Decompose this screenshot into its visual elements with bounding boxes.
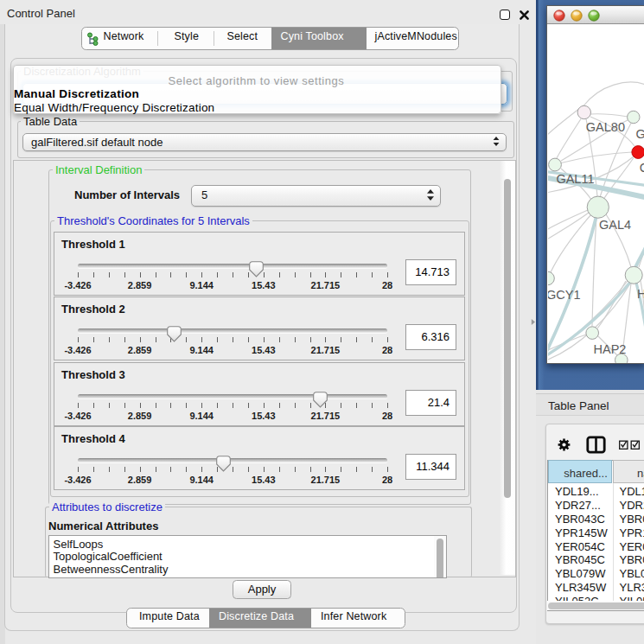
svg-text:GAL80: GAL80	[586, 120, 625, 134]
svg-text:GCY1: GCY1	[548, 288, 581, 302]
svg-text:GA: GA	[636, 127, 644, 141]
svg-text:GAL11: GAL11	[556, 172, 594, 186]
svg-text:HAP2: HAP2	[594, 342, 627, 356]
svg-text:GAL4: GAL4	[599, 218, 631, 232]
svg-text:H: H	[637, 287, 644, 301]
svg-text:C: C	[640, 161, 644, 175]
